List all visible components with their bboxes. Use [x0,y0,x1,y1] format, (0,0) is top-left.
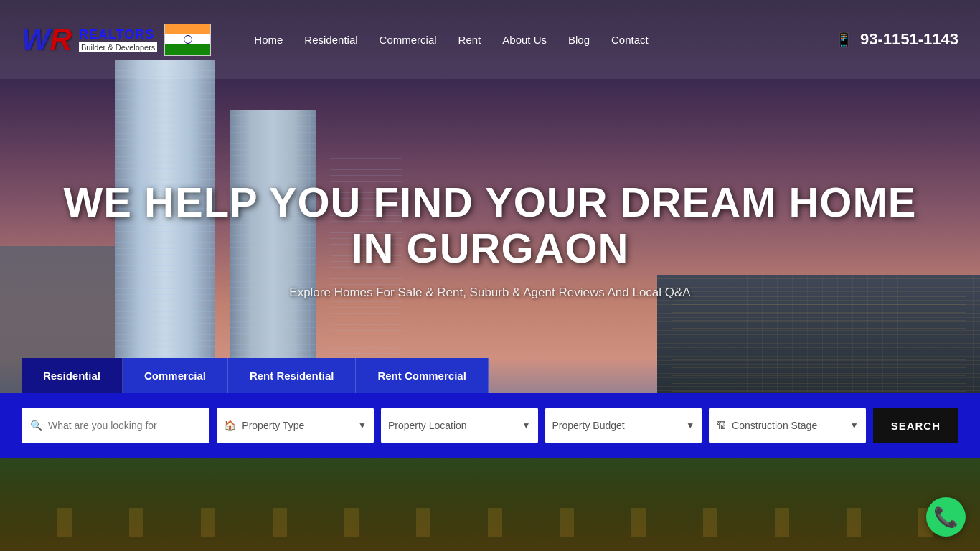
tab-residential[interactable]: Residential [22,358,123,393]
nav-contact[interactable]: Contact [611,34,649,46]
tab-rent-residential[interactable]: Rent Residential [228,358,357,393]
nav-links: Home Residential Commercial Rent About U… [254,34,835,46]
nav-blog[interactable]: Blog [568,34,590,46]
hero-title: WE HELP YOU FIND YOUR DREAM HOME IN GURG… [49,179,930,271]
flag-green [165,44,210,55]
logo-realtors: REALTORS [79,27,157,42]
property-location-wrap: Property Location Gurgaon Delhi Noida ▼ [381,408,538,443]
search-input[interactable] [48,420,201,431]
logo-wr: WR [22,24,72,55]
india-flag [164,24,211,56]
chevron-down-icon-2: ▼ [522,420,531,430]
search-tabs: Residential Commercial Rent Residential … [22,358,639,393]
nav-home[interactable]: Home [254,34,283,46]
whatsapp-button[interactable]: 📞 [926,497,966,537]
nav-residential[interactable]: Residential [304,34,357,46]
home-icon: 🏠 [224,420,236,431]
construction-stage-select[interactable]: Construction Stage Under Construction Re… [732,420,844,431]
flag-orange [165,24,210,34]
tab-rent-commercial[interactable]: Rent Commercial [356,358,488,393]
phone-icon: 📱 [835,31,853,48]
property-type-wrap: 🏠 Property Type Apartment Villa Plot ▼ [217,408,374,443]
chevron-down-icon-4: ▼ [850,420,859,430]
nav-about[interactable]: About Us [502,34,547,46]
property-location-select[interactable]: Property Location Gurgaon Delhi Noida [388,420,517,431]
nav-rent[interactable]: Rent [458,34,481,46]
search-icon: 🔍 [30,420,42,431]
hero-subtitle: Explore Homes For Sale & Rent, Suburb & … [49,286,930,300]
hero-section: WR REALTORS Builder & Developers Home Re… [0,0,980,551]
whatsapp-icon: 📞 [933,505,958,529]
property-budget-wrap: Property Budget Under 50L 50L - 1Cr 1Cr … [545,408,702,443]
flag-white [165,34,210,44]
property-type-select[interactable]: Property Type Apartment Villa Plot [242,420,352,431]
phone-number: 93-1151-1143 [860,30,958,49]
chevron-down-icon-3: ▼ [686,420,694,430]
phone-area: 📱 93-1151-1143 [835,30,958,49]
nav-commercial[interactable]: Commercial [380,34,437,46]
logo-text: REALTORS Builder & Developers [79,27,157,52]
tab-commercial[interactable]: Commercial [123,358,228,393]
logo-sub: Builder & Developers [79,42,157,52]
logo[interactable]: WR REALTORS Builder & Developers [22,24,211,56]
property-budget-select[interactable]: Property Budget Under 50L 50L - 1Cr 1Cr … [552,420,681,431]
ashoka-chakra [184,35,192,44]
hero-content: WE HELP YOU FIND YOUR DREAM HOME IN GURG… [49,179,930,329]
construction-stage-wrap: 🏗 Construction Stage Under Construction … [709,408,866,443]
search-section: Residential Commercial Rent Residential … [0,358,980,458]
chevron-down-icon: ▼ [358,420,367,430]
search-button[interactable]: SEARCH [873,408,958,443]
search-form: 🔍 🏠 Property Type Apartment Villa Plot ▼… [0,393,980,458]
building-icon: 🏗 [716,420,726,431]
search-input-wrap: 🔍 [22,408,209,443]
navbar: WR REALTORS Builder & Developers Home Re… [0,0,980,79]
